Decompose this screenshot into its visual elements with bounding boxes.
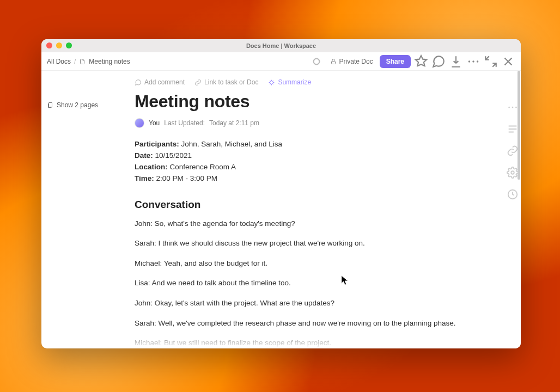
rail-link-icon[interactable] xyxy=(507,145,519,157)
status-indicator-icon[interactable] xyxy=(309,54,324,69)
window-controls xyxy=(46,42,72,48)
show-pages-toggle[interactable]: Show 2 pages xyxy=(47,101,126,109)
pages-icon xyxy=(47,102,53,108)
svg-point-0 xyxy=(313,58,319,64)
document-quick-actions: Add comment Link to task or Doc Summariz… xyxy=(135,78,495,86)
last-updated-value: Today at 2:11 pm xyxy=(209,119,259,127)
conversation-heading[interactable]: Conversation xyxy=(135,199,495,211)
privacy-label: Private Doc xyxy=(339,58,373,65)
page-title[interactable]: Meeting notes xyxy=(135,91,495,112)
desktop-wallpaper: Docs Home | Workspace All Docs / Meeting… xyxy=(0,0,560,392)
rail-text-icon[interactable] xyxy=(507,123,519,135)
svg-point-7 xyxy=(512,107,514,108)
window-maximize-button[interactable] xyxy=(66,42,72,48)
svg-point-2 xyxy=(468,60,470,62)
close-icon[interactable] xyxy=(501,54,515,69)
svg-rect-1 xyxy=(331,61,335,64)
date-label: Date: xyxy=(135,151,153,160)
comments-icon[interactable] xyxy=(431,54,446,69)
link-task-action[interactable]: Link to task or Doc xyxy=(194,78,258,86)
privacy-toggle[interactable]: Private Doc xyxy=(327,58,376,65)
svg-point-6 xyxy=(508,107,510,108)
last-updated-label: Last Updated: xyxy=(164,119,205,127)
bottom-fade xyxy=(131,329,521,348)
conversation-line[interactable]: John: So, what's the agenda for today's … xyxy=(135,218,495,229)
share-button[interactable]: Share xyxy=(380,55,411,68)
author-name[interactable]: You xyxy=(149,119,160,127)
svg-point-8 xyxy=(515,107,517,108)
conversation-line[interactable]: Sarah: Well, we've completed the researc… xyxy=(135,318,495,329)
link-task-label: Link to task or Doc xyxy=(204,78,258,86)
window-close-button[interactable] xyxy=(46,42,52,48)
participants-value: John, Sarah, Michael, and Lisa xyxy=(181,140,282,148)
content-scroll[interactable]: Add comment Link to task or Doc Summariz… xyxy=(131,71,521,348)
conversation-line[interactable]: Sarah: I think we should discuss the new… xyxy=(135,238,495,249)
doc-byline: You Last Updated: Today at 2:11 pm xyxy=(135,118,495,128)
participants-label: Participants: xyxy=(135,140,179,148)
app-window: Docs Home | Workspace All Docs / Meeting… xyxy=(41,39,521,348)
rail-more-icon[interactable] xyxy=(507,101,519,113)
download-icon[interactable] xyxy=(449,54,463,69)
document-content: Add comment Link to task or Doc Summariz… xyxy=(131,71,521,348)
conversation-text: Lisa: And we need to talk about the time… xyxy=(135,279,291,287)
location-value: Conference Room A xyxy=(170,163,236,171)
add-comment-action[interactable]: Add comment xyxy=(135,78,185,86)
link-icon xyxy=(194,79,202,86)
left-sidebar: Show 2 pages xyxy=(41,71,131,348)
collapse-icon[interactable] xyxy=(484,54,498,69)
right-rail xyxy=(507,101,519,200)
show-pages-label: Show 2 pages xyxy=(57,101,98,109)
sparkle-icon xyxy=(268,79,275,86)
svg-point-4 xyxy=(477,60,478,62)
comment-icon xyxy=(135,79,142,86)
add-block-handle[interactable]: + xyxy=(131,278,132,290)
date-value: 10/15/2021 xyxy=(155,151,192,160)
svg-rect-5 xyxy=(49,103,52,107)
document-body: Show 2 pages Add comment Link to task or… xyxy=(41,71,521,348)
breadcrumb-separator: / xyxy=(74,58,76,65)
window-minimize-button[interactable] xyxy=(56,42,62,48)
breadcrumb-root[interactable]: All Docs xyxy=(47,58,71,65)
rail-settings-icon[interactable] xyxy=(507,167,519,179)
location-label: Location: xyxy=(135,163,168,171)
time-label: Time: xyxy=(135,174,154,182)
breadcrumb: All Docs / Meeting notes xyxy=(47,58,130,65)
conversation-line[interactable]: + Lisa: And we need to talk about the ti… xyxy=(135,278,495,289)
window-title: Docs Home | Workspace xyxy=(246,42,316,49)
summarize-action[interactable]: Summarize xyxy=(268,78,311,86)
conversation-line[interactable]: John: Okay, let's start with the project… xyxy=(135,298,495,309)
svg-point-3 xyxy=(472,60,474,62)
svg-point-9 xyxy=(511,171,514,174)
lock-icon xyxy=(330,58,337,65)
favorite-icon[interactable] xyxy=(414,54,428,69)
meeting-meta[interactable]: Participants: John, Sarah, Michael, and … xyxy=(135,139,495,185)
summarize-label: Summarize xyxy=(278,78,311,86)
time-value: 2:00 PM - 3:00 PM xyxy=(156,174,218,182)
conversation-line[interactable]: Michael: Yeah, and also the budget for i… xyxy=(135,258,495,269)
document-icon xyxy=(79,58,86,65)
toolbar: All Docs / Meeting notes Private Doc Sha… xyxy=(41,52,521,71)
rail-history-icon[interactable] xyxy=(507,188,519,200)
breadcrumb-current[interactable]: Meeting notes xyxy=(89,58,130,65)
add-comment-label: Add comment xyxy=(144,78,185,86)
avatar[interactable] xyxy=(135,118,144,128)
more-menu-icon[interactable] xyxy=(466,54,480,69)
window-titlebar: Docs Home | Workspace xyxy=(41,39,521,52)
